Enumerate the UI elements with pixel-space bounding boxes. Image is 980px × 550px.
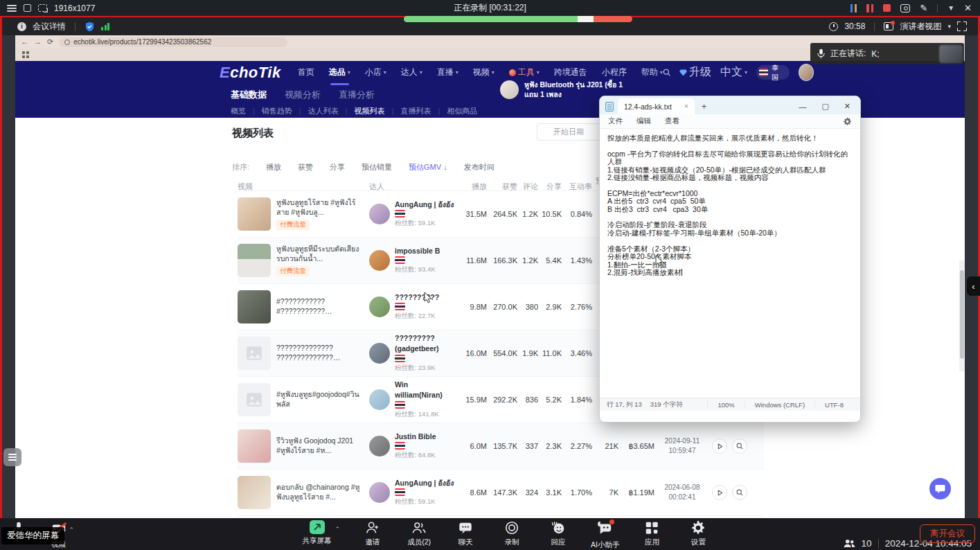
share-screen-button[interactable]: 共享屏幕 ⌃ — [303, 520, 341, 546]
participants-icon[interactable] — [844, 539, 855, 548]
forward-button[interactable]: → — [34, 38, 42, 46]
creator-avatar[interactable] — [369, 343, 390, 364]
refresh-button[interactable]: ⟳ — [47, 38, 53, 46]
user-avatar[interactable] — [799, 64, 814, 81]
settings-gear-icon[interactable] — [843, 117, 852, 126]
video-title[interactable]: รีวิวหูฟัง Goojodoq J201 #หูฟังไร้สาย #ห… — [276, 436, 362, 455]
share-options-chevron[interactable]: ⌃ — [335, 526, 341, 533]
creator-name-line2[interactable]: william(Niran) — [395, 391, 443, 400]
sort-publish-time[interactable]: 发布时间 — [464, 162, 495, 172]
play-video-button[interactable] — [712, 438, 727, 454]
language-selector[interactable]: 中文▾ — [720, 65, 747, 80]
video-title[interactable]: #หูฟังบลูทูธ#goojodoq#วินพลัส — [276, 390, 362, 409]
video-thumbnail[interactable] — [238, 337, 271, 370]
video-title[interactable]: #??????????? #??????????? #?????????????… — [276, 297, 362, 316]
tab-close-icon[interactable]: × — [684, 103, 688, 110]
search-icon[interactable] — [663, 68, 670, 77]
creator-name[interactable]: impossible B — [395, 247, 440, 256]
video-title[interactable]: หูฟังบลูทูธไร้สาย #หูฟังไร้สาย #หูฟังบลู… — [276, 198, 362, 217]
creator-name[interactable]: AungAung | อังอัง — [395, 479, 454, 488]
menu-view[interactable]: 查看 — [665, 116, 679, 126]
sort-shares[interactable]: 分享 — [330, 162, 345, 172]
reaction-button[interactable]: 回应 — [544, 520, 572, 547]
inspect-video-button[interactable] — [732, 438, 747, 454]
creator-avatar[interactable] — [369, 250, 390, 271]
list-widget-button[interactable] — [3, 448, 21, 466]
creator-avatar[interactable] — [369, 436, 390, 456]
back-button[interactable]: ← — [21, 38, 28, 46]
tab-live-analysis[interactable]: 直播分析 — [339, 89, 375, 101]
echotik-logo[interactable]: EchoTik — [220, 64, 281, 82]
nav-cross-border-ads[interactable]: 跨境通告 — [554, 66, 587, 78]
subnav-overview[interactable]: 概览 — [231, 106, 246, 116]
leave-meeting-button[interactable]: 离开会议 — [920, 524, 975, 543]
apps-button[interactable]: 应用 — [638, 520, 666, 547]
creator-avatar[interactable] — [369, 482, 390, 503]
camera-options-chevron[interactable]: ⌃ — [69, 526, 75, 549]
meeting-details-label[interactable]: 会议详情 — [33, 21, 66, 33]
country-selector[interactable]: 泰国 — [756, 65, 790, 80]
screenshot-button[interactable] — [900, 4, 910, 12]
subnav-live-list[interactable]: 直播列表 — [400, 106, 431, 116]
members-button[interactable]: 成员(2) — [405, 520, 433, 547]
invite-button[interactable]: 邀请 — [359, 520, 386, 547]
video-title[interactable]: หูฟังบลูทูธที่มีระบบตัดเสียงรบกวนกันน้ำ.… — [276, 245, 362, 263]
notepad-text-area[interactable]: 投放的本质是把精准人群流量买回来，展示优质素材，然后转化！ ocpm -平台为了… — [600, 129, 860, 398]
apps-grid-icon[interactable] — [22, 51, 29, 58]
creator-name[interactable]: Win — [395, 380, 443, 389]
participants-count[interactable]: 10 — [862, 538, 872, 549]
panel-collapse-chevron[interactable]: ‹ — [967, 276, 980, 296]
tab-basic-data[interactable]: 基础数据 — [231, 89, 267, 101]
sort-likes[interactable]: 获赞 — [298, 162, 313, 172]
chat-button[interactable]: 聊天 — [452, 520, 479, 547]
recorder-menu-icon[interactable] — [7, 5, 17, 12]
upgrade-button[interactable]: 升级 — [679, 65, 711, 80]
nav-creators[interactable]: 达人▾ — [401, 66, 422, 78]
collapse-recorder-icon[interactable]: ▼ — [947, 4, 954, 12]
record-button[interactable]: 录制 — [498, 520, 526, 547]
creator-name[interactable]: AungAung | อังอัง — [395, 200, 454, 209]
minimize-button[interactable]: — — [799, 103, 806, 111]
notepad-tab[interactable]: 12.4-ads-kk.txt × — [618, 98, 695, 114]
menu-edit[interactable]: 编辑 — [636, 116, 651, 126]
video-thumbnail[interactable] — [238, 197, 271, 231]
video-thumbnail[interactable] — [238, 429, 271, 463]
nav-miniapp[interactable]: 小程序 — [602, 66, 627, 78]
nav-tools[interactable]: 工具▾ — [509, 66, 540, 78]
video-title[interactable]: ตอบกลับ @chainarong #หูฟังบลูทูธไร้สาย #… — [276, 483, 362, 502]
nav-products[interactable]: 选品▾ — [329, 66, 350, 78]
creator-avatar[interactable] — [369, 389, 390, 410]
nav-home[interactable]: 首页 — [298, 66, 314, 78]
nav-help[interactable]: 帮助▾ — [641, 66, 663, 78]
menu-file[interactable]: 文件 — [608, 116, 623, 126]
settings-button[interactable]: 设置 — [684, 520, 712, 547]
scrollbar-thumb[interactable] — [960, 270, 964, 359]
sort-est-gmv[interactable]: 预估GMV ↓ — [409, 162, 447, 172]
subnav-creator-list[interactable]: 达人列表 — [308, 106, 339, 116]
creator-avatar[interactable] — [369, 296, 390, 317]
subnav-similar-products[interactable]: 相似商品 — [447, 106, 477, 116]
fullscreen-icon[interactable] — [957, 21, 967, 31]
stop-recording-button[interactable] — [883, 4, 891, 12]
creator-name-line2[interactable]: (gadgetbeer) — [395, 344, 439, 353]
chat-fab-button[interactable] — [929, 478, 951, 499]
recorder-window-icon[interactable] — [24, 4, 31, 12]
new-tab-button[interactable]: + — [702, 101, 707, 112]
video-title[interactable]: ?????????????? ?????????????? ???????... — [276, 344, 362, 362]
creator-name[interactable]: ????????? — [395, 334, 439, 343]
nav-lives[interactable]: 直播▾ — [437, 66, 458, 78]
network-signal-icon[interactable] — [101, 22, 109, 30]
close-button[interactable]: ✕ — [844, 102, 850, 111]
subnav-video-list[interactable]: 视频列表 — [355, 106, 385, 116]
ai-assistant-button[interactable]: AI小助手 — [591, 520, 619, 550]
annotate-button[interactable]: ✎ — [920, 3, 927, 13]
meeting-info-icon[interactable]: i — [17, 22, 26, 31]
speaker-view-icon[interactable] — [884, 22, 893, 30]
creator-avatar[interactable] — [369, 204, 390, 224]
recorder-region-icon[interactable] — [38, 4, 47, 12]
url-text[interactable]: echotik.live/products/172994342350386256… — [73, 38, 211, 46]
video-thumbnail[interactable] — [238, 476, 271, 509]
maximize-button[interactable]: ▢ — [821, 102, 828, 111]
tab-video-analysis[interactable]: 视频分析 — [285, 89, 321, 101]
pause-recording-button[interactable] — [866, 4, 873, 12]
